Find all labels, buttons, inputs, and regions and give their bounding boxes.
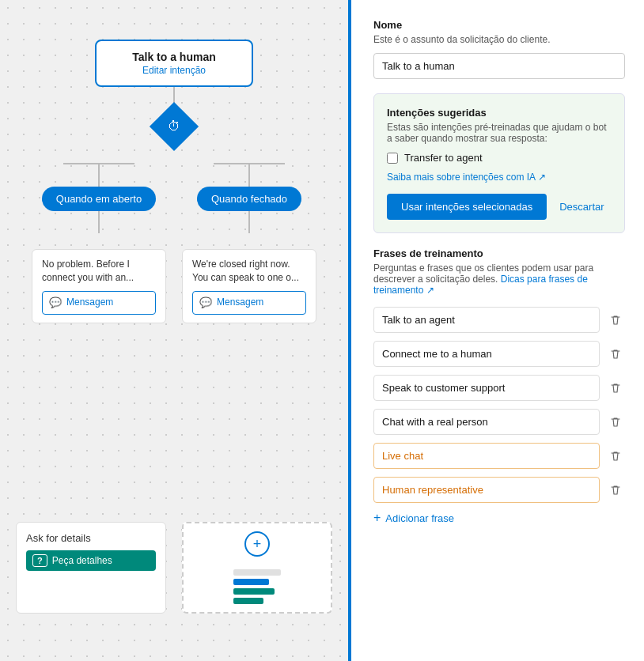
phrase-delete-4[interactable] — [606, 447, 625, 466]
suggestions-desc: Estas são intenções pré-treinadas que aj… — [387, 122, 612, 144]
phrase-row — [373, 443, 625, 469]
phrase-delete-2[interactable] — [606, 379, 625, 398]
right-message-footer[interactable]: 💬 Mensagem — [192, 291, 306, 315]
name-section: Nome Este é o assunto da solicitação do … — [373, 19, 625, 79]
phrase-row — [373, 375, 625, 401]
add-phrase-label: Adicionar frase — [385, 512, 454, 524]
transfer-agent-checkbox[interactable] — [387, 153, 398, 164]
transfer-agent-row: Transfer to agent — [387, 152, 612, 164]
use-intents-button[interactable]: Usar intenções selecionadas — [387, 194, 547, 220]
right-panel: Nome Este é o assunto da solicitação do … — [351, 0, 644, 661]
left-v-line2 — [98, 211, 100, 233]
phrase-input-1[interactable] — [373, 341, 600, 367]
when-closed-button[interactable]: Quando fechado — [197, 187, 301, 211]
diamond-icon: ⏱ — [168, 119, 180, 134]
phrase-input-5[interactable] — [373, 477, 600, 503]
plus-icon: + — [373, 511, 381, 525]
phrase-input-2[interactable] — [373, 375, 600, 401]
left-message-footer[interactable]: 💬 Mensagem — [42, 291, 156, 315]
name-input[interactable] — [373, 53, 625, 79]
suggestions-btn-row: Usar intenções selecionadas Descartar — [387, 194, 612, 220]
detail-action-label: Peça detalhes — [52, 555, 112, 566]
left-footer-label: Mensagem — [66, 296, 113, 309]
detail-card-title: Ask for details — [26, 532, 156, 544]
phrase-input-4[interactable] — [373, 443, 600, 469]
flow-wrapper: Talk to a human Editar intenção ⏱ Quando… — [0, 40, 348, 323]
phrase-delete-1[interactable] — [606, 345, 625, 364]
phrase-input-0[interactable] — [373, 307, 600, 333]
name-label: Nome — [373, 19, 625, 31]
mini-line-4 — [233, 598, 263, 604]
training-desc: Perguntas e frases que os clientes podem… — [373, 263, 625, 296]
branches-row: Quando em aberto No problem. Before I co… — [24, 144, 324, 323]
intent-subtitle[interactable]: Editar intenção — [116, 65, 233, 76]
chat-icon-right: 💬 — [199, 296, 212, 310]
right-v-line — [248, 164, 250, 187]
phrase-row — [373, 409, 625, 435]
intent-title: Talk to a human — [116, 51, 233, 63]
suggestions-section: Intenções sugeridas Estas são intenções … — [373, 93, 625, 233]
phrases-list — [373, 307, 625, 503]
bottom-cards: Ask for details ? Peça detalhes + — [16, 522, 332, 614]
right-branch: Quando fechado We're closed right now. Y… — [174, 144, 324, 323]
mini-preview — [233, 569, 281, 604]
learn-more-link[interactable]: Saiba mais sobre intenções com IA ↗ — [387, 172, 612, 183]
tips-link[interactable]: Dicas para frases de treinamento ↗ — [373, 274, 588, 296]
when-open-button[interactable]: Quando em aberto — [42, 187, 156, 211]
transfer-agent-label: Transfer to agent — [404, 152, 483, 164]
mini-line-2 — [233, 579, 269, 585]
add-circle-icon: + — [244, 531, 270, 557]
left-v-line — [98, 164, 100, 187]
add-phrase-row[interactable]: + Adicionar frase — [373, 511, 625, 525]
right-v-line2 — [248, 211, 250, 233]
phrase-row — [373, 477, 625, 503]
training-label: Frases de treinamento — [373, 247, 625, 259]
detail-action-icon: ? — [32, 554, 47, 567]
phrase-row — [373, 307, 625, 333]
phrase-delete-0[interactable] — [606, 311, 625, 330]
phrase-row — [373, 341, 625, 367]
right-message-card: We're closed right now. You can speak to… — [182, 249, 316, 323]
suggestions-label: Intenções sugeridas — [387, 107, 612, 119]
left-branch: Quando em aberto No problem. Before I co… — [24, 144, 174, 323]
intent-box[interactable]: Talk to a human Editar intenção — [95, 40, 253, 87]
flow-diagram-panel: Talk to a human Editar intenção ⏱ Quando… — [0, 0, 348, 661]
phrase-delete-5[interactable] — [606, 481, 625, 500]
add-card[interactable]: + — [182, 522, 332, 614]
phrase-delete-3[interactable] — [606, 413, 625, 432]
phrase-input-3[interactable] — [373, 409, 600, 435]
name-desc: Este é o assunto da solicitação do clien… — [373, 34, 625, 45]
training-section: Frases de treinamento Perguntas e frases… — [373, 247, 625, 525]
discard-button[interactable]: Descartar — [559, 201, 604, 213]
right-message-text: We're closed right now. You can speak to… — [192, 259, 299, 283]
left-message-text: No problem. Before I connect you with an… — [42, 259, 134, 283]
chat-icon-left: 💬 — [49, 296, 62, 310]
right-footer-label: Mensagem — [217, 296, 263, 309]
left-message-card: No problem. Before I connect you with an… — [32, 249, 166, 323]
detail-card-action[interactable]: ? Peça detalhes — [26, 550, 156, 571]
detail-card[interactable]: Ask for details ? Peça detalhes — [16, 522, 166, 614]
mini-line-1 — [233, 569, 281, 576]
mini-line-3 — [233, 588, 275, 595]
